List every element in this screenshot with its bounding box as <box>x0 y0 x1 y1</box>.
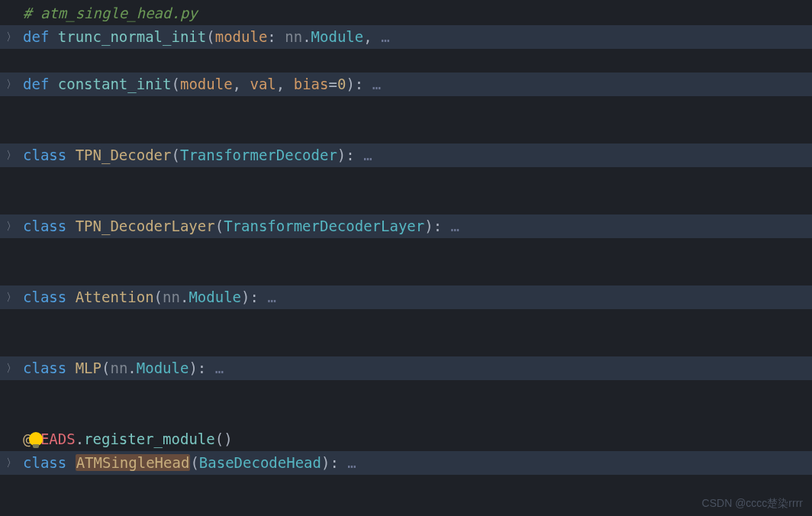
comment-text: # atm_single_head.py <box>23 5 198 21</box>
code-line: # atm_single_head.py <box>0 2 812 25</box>
watermark-text: CSDN @cccc楚染rrrr <box>702 495 803 511</box>
code-line-folded: 〉 class ATMSingleHead(BaseDecodeHead): … <box>0 451 812 475</box>
code-content: class TPN_Decoder(TransformerDecoder): … <box>23 144 812 166</box>
code-content: class MLP(nn.Module): … <box>23 357 812 379</box>
code-content: class ATMSingleHead(BaseDecodeHead): … <box>23 452 812 474</box>
chevron-right-icon[interactable]: 〉 <box>6 455 17 471</box>
chevron-right-icon[interactable]: 〉 <box>6 147 17 163</box>
code-editor[interactable]: # atm_single_head.py 〉 def trunc_normal_… <box>0 0 812 475</box>
chevron-right-icon[interactable]: 〉 <box>6 76 17 92</box>
chevron-right-icon[interactable]: 〉 <box>6 289 17 305</box>
code-line-folded: 〉 class Attention(nn.Module): … <box>0 285 812 309</box>
gutter[interactable]: 〉 <box>0 147 23 163</box>
lightbulb-icon[interactable] <box>29 432 43 446</box>
gutter[interactable]: 〉 <box>0 76 23 92</box>
code-line-folded: 〉 class TPN_Decoder(TransformerDecoder):… <box>0 144 812 167</box>
gutter[interactable]: 〉 <box>0 289 23 305</box>
code-line-folded: 〉 def trunc_normal_init(module: nn.Modul… <box>0 25 812 49</box>
gutter[interactable]: 〉 <box>0 218 23 234</box>
gutter[interactable]: 〉 <box>0 360 23 376</box>
chevron-right-icon[interactable]: 〉 <box>6 218 17 234</box>
highlighted-symbol: ATMSingleHead <box>76 454 191 471</box>
code-line-folded: 〉 class MLP(nn.Module): … <box>0 356 812 380</box>
code-content: class Attention(nn.Module): … <box>23 286 812 308</box>
code-line-folded: 〉 class TPN_DecoderLayer(TransformerDeco… <box>0 214 812 238</box>
gutter[interactable]: 〉 <box>0 29 23 45</box>
gutter[interactable]: 〉 <box>0 455 23 471</box>
chevron-right-icon[interactable]: 〉 <box>6 29 17 45</box>
code-content: class TPN_DecoderLayer(TransformerDecode… <box>23 215 812 237</box>
code-line-folded: 〉 def constant_init(module, val, bias=0)… <box>0 73 812 96</box>
code-content: def trunc_normal_init(module: nn.Module,… <box>23 26 812 48</box>
code-content: @HEADS.register_module() <box>23 428 812 450</box>
code-content: def constant_init(module, val, bias=0): … <box>23 73 812 95</box>
chevron-right-icon[interactable]: 〉 <box>6 360 17 376</box>
code-line-decorator: @HEADS.register_module() <box>0 427 812 451</box>
